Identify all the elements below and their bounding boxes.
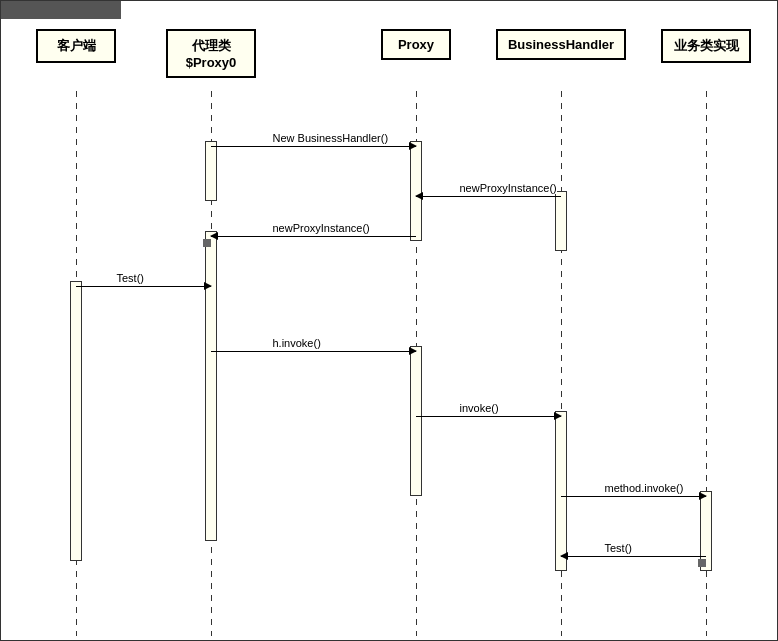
actor-box-impl: 业务类实现 xyxy=(661,29,751,63)
activation-act-proxy0 xyxy=(205,141,217,201)
arrow-msg6 xyxy=(416,416,561,417)
arrow-msg1 xyxy=(211,146,416,147)
arrow-label-msg4: Test() xyxy=(117,272,145,284)
activation-act-handlerb xyxy=(555,411,567,571)
actor-box-handler: BusinessHandler xyxy=(496,29,626,60)
diagram-area: 客户端代理类$Proxy0ProxyBusinessHandler业务类实现Ne… xyxy=(0,0,778,641)
title-bar xyxy=(1,1,121,19)
arrow-label-msg8: Test() xyxy=(605,542,633,554)
arrow-msg7 xyxy=(561,496,706,497)
arrow-label-msg3: newProxyInstance() xyxy=(273,222,370,234)
activation-act-handler xyxy=(555,191,567,251)
actor-box-proxy: Proxy xyxy=(381,29,451,60)
arrow-msg4 xyxy=(76,286,211,287)
activation-act-client xyxy=(70,281,82,561)
arrow-label-msg1: New BusinessHandler() xyxy=(273,132,389,144)
arrow-label-msg2: newProxyInstance() xyxy=(460,182,557,194)
arrow-msg2 xyxy=(416,196,561,197)
activation-act-proxyb xyxy=(410,346,422,496)
actor-box-proxy0: 代理类$Proxy0 xyxy=(166,29,256,78)
arrow-label-msg5: h.invoke() xyxy=(273,337,321,349)
arrow-msg3 xyxy=(211,236,416,237)
arrow-label-msg7: method.invoke() xyxy=(605,482,684,494)
arrow-msg8 xyxy=(561,556,706,557)
arrow-msg5 xyxy=(211,351,416,352)
arrow-label-msg6: invoke() xyxy=(460,402,499,414)
activation-act-proxy xyxy=(410,141,422,241)
activation-act-proxy0b xyxy=(205,231,217,541)
small-square-0 xyxy=(203,239,211,247)
small-square-1 xyxy=(698,559,706,567)
actor-box-client: 客户端 xyxy=(36,29,116,63)
